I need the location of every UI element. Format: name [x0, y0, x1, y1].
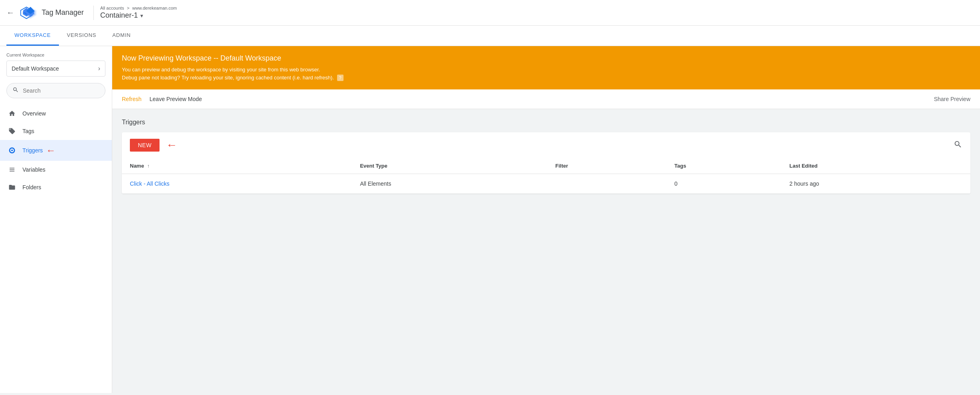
svg-point-12 — [11, 150, 13, 152]
trigger-last-edited-cell: 2 hours ago — [782, 174, 970, 194]
overview-icon — [8, 109, 16, 117]
sidebar-label-tags: Tags — [22, 128, 34, 134]
sidebar-item-tags[interactable]: Tags — [0, 122, 112, 140]
col-tags: Tags — [667, 158, 782, 174]
trigger-filter-cell — [548, 174, 667, 194]
gtm-logo — [23, 6, 38, 20]
triggers-table: Name ↑ Event Type Filter Tags Last Edite… — [122, 158, 970, 194]
new-trigger-button[interactable]: NEW — [130, 139, 160, 152]
search-icon — [12, 87, 19, 95]
top-nav: ← Tag Manager All accounts > www.derekea… — [0, 0, 980, 26]
tags-icon — [8, 127, 16, 135]
workspace-selector[interactable]: Default Workspace › — [6, 61, 105, 77]
preview-actions-left: Refresh Leave Preview Mode — [122, 94, 202, 104]
sidebar-label-variables: Variables — [22, 166, 45, 173]
preview-banner-title: Now Previewing Workspace -- Default Work… — [122, 54, 970, 63]
share-preview-button[interactable]: Share Preview — [934, 94, 970, 104]
breadcrumb: All accounts > www.derekeaman.com Contai… — [100, 6, 177, 20]
variables-icon — [8, 166, 16, 174]
breadcrumb-domain[interactable]: www.derekeaman.com — [132, 6, 177, 10]
back-button[interactable]: ← — [6, 8, 14, 17]
new-button-arrow-annotation: ← — [166, 139, 177, 152]
toolbar-left: NEW ← — [130, 139, 177, 152]
container-name: Container-1 — [100, 11, 138, 20]
sidebar-search-area — [0, 80, 112, 105]
sidebar-label-triggers: Triggers — [22, 147, 43, 154]
folders-icon — [8, 183, 16, 191]
app-title: Tag Manager — [42, 8, 84, 17]
workspace-name: Default Workspace — [12, 65, 59, 72]
tab-versions[interactable]: VERSIONS — [59, 26, 105, 46]
preview-banner-desc2: Debug pane not loading? Try reloading yo… — [122, 74, 970, 82]
workspace-chevron-icon: › — [98, 65, 100, 72]
sidebar-item-folders[interactable]: Folders — [0, 178, 112, 196]
preview-banner: Now Previewing Workspace -- Default Work… — [112, 46, 980, 89]
triggers-table-card: NEW ← Name ↑ — [122, 132, 970, 194]
help-icon[interactable]: ? — [337, 75, 344, 81]
tab-admin[interactable]: ADMIN — [104, 26, 139, 46]
table-row: Click - All Clicks All Elements 0 2 hour… — [122, 174, 970, 194]
search-input[interactable] — [23, 87, 99, 94]
trigger-tags-cell: 0 — [667, 174, 782, 194]
leave-preview-button[interactable]: Leave Preview Mode — [150, 94, 202, 104]
preview-banner-desc1: You can preview and debug the workspace … — [122, 66, 970, 74]
tab-workspace[interactable]: WORKSPACE — [6, 26, 59, 46]
sidebar: Current Workspace Default Workspace › Ov… — [0, 46, 112, 393]
preview-actions-bar: Refresh Leave Preview Mode Share Preview — [112, 89, 980, 109]
workspace-section: Current Workspace Default Workspace › — [0, 46, 112, 80]
sidebar-item-triggers[interactable]: Triggers ← — [0, 140, 112, 161]
container-dropdown-icon: ▾ — [140, 12, 143, 19]
sidebar-label-folders: Folders — [22, 184, 41, 190]
workspace-label: Current Workspace — [6, 53, 105, 57]
triggers-toolbar: NEW ← — [122, 132, 970, 158]
sidebar-item-variables[interactable]: Variables — [0, 161, 112, 178]
triggers-icon — [8, 146, 16, 154]
breadcrumb-sep: > — [127, 6, 130, 10]
trigger-name-link[interactable]: Click - All Clicks — [130, 180, 170, 187]
search-input-wrap[interactable] — [6, 83, 105, 98]
col-last-edited: Last Edited — [782, 158, 970, 174]
breadcrumb-all-accounts[interactable]: All accounts — [100, 6, 124, 10]
nav-divider — [93, 6, 94, 20]
table-search-icon[interactable] — [954, 140, 962, 151]
container-selector[interactable]: Container-1 ▾ — [100, 11, 177, 20]
trigger-event-type-cell: All Elements — [352, 174, 547, 194]
content-area: Now Previewing Workspace -- Default Work… — [112, 46, 980, 393]
sidebar-item-overview[interactable]: Overview — [0, 105, 112, 122]
arrow-icon: ← — [166, 139, 177, 152]
tab-bar: WORKSPACE VERSIONS ADMIN — [0, 26, 980, 46]
trigger-name-cell: Click - All Clicks — [122, 174, 352, 194]
triggers-title: Triggers — [122, 119, 970, 126]
triggers-arrow-annotation: ← — [46, 145, 56, 156]
table-header-row: Name ↑ Event Type Filter Tags Last Edite… — [122, 158, 970, 174]
col-name: Name ↑ — [122, 158, 352, 174]
refresh-button[interactable]: Refresh — [122, 94, 141, 104]
triggers-section: Triggers NEW ← — [112, 109, 980, 194]
sort-icon: ↑ — [147, 163, 150, 169]
sidebar-label-overview: Overview — [22, 110, 46, 117]
breadcrumb-path: All accounts > www.derekeaman.com — [100, 6, 177, 10]
col-event-type: Event Type — [352, 158, 547, 174]
col-filter: Filter — [548, 158, 667, 174]
main-layout: Current Workspace Default Workspace › Ov… — [0, 46, 980, 393]
